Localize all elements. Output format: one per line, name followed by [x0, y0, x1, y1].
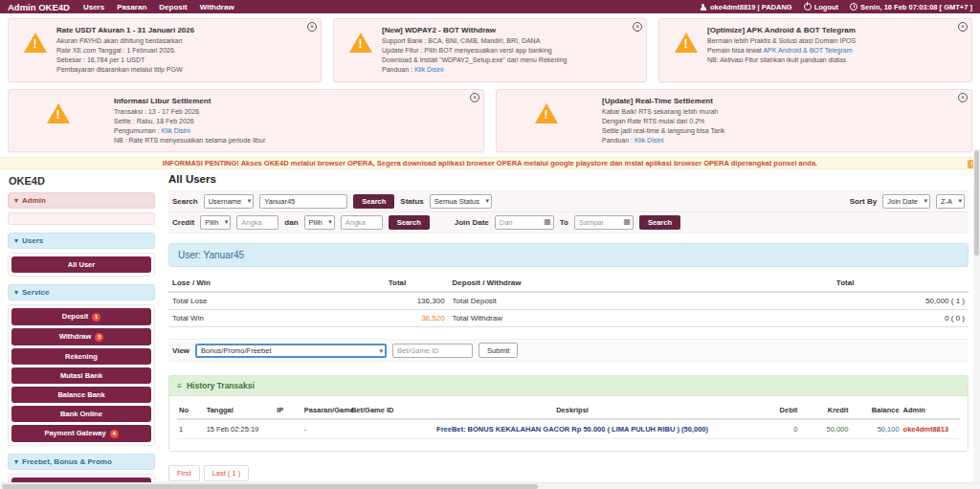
apk-bot-link[interactable]: APK Android & BOT Telegram [763, 47, 852, 54]
datetime-display: Senin, 16 Feb 07:03:08 [ GMT+7 ] [850, 3, 972, 11]
history-panel: ≡ History Transaksi No Tanggal [168, 375, 969, 452]
close-icon[interactable]: × [633, 22, 642, 32]
notice-card-libur-settlement: × Informasi Libur Settlement Transaksi :… [8, 89, 484, 153]
marquee-text: INFORMASI PENTING! Akses OKE4D melalui b… [163, 159, 817, 167]
klik-disini-link[interactable]: Klik Disini [161, 127, 189, 134]
date-to-input[interactable]: Sampai▦ [574, 215, 634, 230]
total-withdraw-label: Total Withdraw [449, 310, 833, 327]
sidebar-item-all-user[interactable]: All User [11, 256, 151, 273]
notification-badge: 1 [92, 313, 100, 322]
warning-icon [535, 103, 558, 123]
close-icon[interactable]: × [958, 93, 968, 102]
filter-row-credit: Credit Pilih▾ dan Pilih▾ Search Join Dat… [168, 212, 969, 233]
credit-op2-value: Pilih [309, 218, 323, 227]
sidebar-item-payment-gateway[interactable]: Payment Gateway4 [11, 425, 151, 442]
notice-line: Settle jadi real-time & langsung bisa Ta… [602, 126, 956, 136]
notice-line-prefix: Panduan : [382, 66, 414, 73]
credit-value1-input[interactable] [236, 215, 278, 230]
total-deposit-value: 50,000 ( 1 ) [833, 292, 969, 310]
notice-line: NB: Aktivasi Fitur silahkan ikuti pandua… [707, 56, 956, 65]
search-by-select[interactable]: Username▾ [204, 194, 255, 209]
chevron-down-icon: ▾ [225, 218, 229, 226]
credit-op1-select[interactable]: Pilih▾ [200, 215, 231, 230]
vertical-scrollbar[interactable] [973, 148, 980, 482]
history-header-admin: Admin [902, 402, 960, 419]
nav-item-withdraw[interactable]: Withdraw [200, 3, 234, 11]
close-icon[interactable]: × [307, 22, 317, 32]
view-row: View Bonus/Promo/Freebet▾ Submit [168, 339, 969, 362]
last-page-button[interactable]: Last ( 1 ) [204, 465, 250, 481]
nav-item-deposit[interactable]: Deposit [159, 3, 187, 11]
summary-table: Lose / Win Total Deposit / Withdraw Tota… [168, 275, 969, 327]
calendar-icon: ▦ [623, 217, 631, 226]
search-input[interactable] [259, 194, 347, 209]
sidebar-item-balance-bank[interactable]: Balance Bank [11, 387, 151, 403]
bet-game-id-input[interactable] [392, 344, 473, 358]
join-date-label: Join Date [455, 218, 489, 227]
notice-line: Support Bank : BCA, BNI, CIMB, Mandiri, … [382, 36, 631, 46]
total-deposit-label: Total Deposit [449, 292, 833, 310]
cell-no: 1 [177, 419, 205, 439]
sidebar-item-deposit[interactable]: Deposit1 [11, 308, 151, 325]
sidebar-section-service[interactable]: ▾ Service [8, 284, 155, 300]
notice-card-rts: × [Update] Real-Time Settlement Kabar Ba… [496, 89, 972, 153]
logout-button[interactable]: Logout [804, 3, 838, 11]
date-from-input[interactable]: Dari▦ [495, 215, 554, 230]
cell-admin: oke4dmt8813 [902, 419, 960, 439]
chevron-down-icon: ▾ [924, 197, 927, 205]
sort-field-value: Join Date [887, 197, 918, 206]
chevron-down-icon: ▾ [14, 288, 18, 297]
credit-search-button[interactable]: Search [389, 215, 430, 230]
summary-header-total-2: Total [833, 275, 969, 292]
chevron-down-icon: ▾ [958, 197, 962, 205]
close-icon[interactable]: × [958, 22, 968, 32]
sidebar-item-rekening[interactable]: Rekening [11, 348, 151, 365]
sidebar-section-users[interactable]: ▾ Users [8, 233, 155, 249]
sidebar-item-label: Payment Gateway [44, 429, 105, 437]
notice-line: Settle : Rabu, 18 Feb 2026 [114, 117, 468, 126]
sort-field-select[interactable]: Join Date▾ [882, 194, 930, 209]
submit-button[interactable]: Submit [479, 343, 518, 358]
first-page-button[interactable]: First [168, 465, 200, 481]
credit-value2-input[interactable] [341, 215, 383, 230]
horizontal-scrollbar-thumb[interactable] [2, 484, 538, 489]
notice-line: Pembayaran disarankan melalui titip PGW [56, 65, 305, 75]
history-header-tanggal: Tanggal [205, 402, 276, 419]
user-banner: User: Yanuar45 [168, 243, 969, 267]
notice-line-prefix: Pemain bisa lewat [707, 47, 763, 54]
sort-order-select[interactable]: Z-A▾ [936, 194, 965, 209]
vertical-scrollbar-thumb[interactable] [974, 150, 979, 256]
sidebar-section-label: Service [22, 288, 49, 297]
klik-disini-link[interactable]: Klik Disini [414, 66, 443, 73]
sidebar-item-mutasi-bank[interactable]: Mutasi Bank [11, 367, 151, 384]
sidebar-item-bank-online[interactable]: Bank Online [11, 406, 151, 422]
history-panel-header: ≡ History Transaksi [169, 376, 968, 396]
table-row: 1 15 Feb 02:25:19 - FreeBet: BONUS KEKAL… [177, 419, 960, 439]
search-button[interactable]: Search [353, 194, 394, 209]
close-icon[interactable]: × [470, 93, 479, 102]
current-user[interactable]: oke4dmt8819 | PADANG [700, 3, 792, 11]
date-search-button[interactable]: Search [639, 215, 680, 230]
date-to-placeholder: Sampai [579, 218, 603, 227]
status-select[interactable]: Semua Status▾ [430, 194, 492, 209]
sidebar-section-admin[interactable]: ▾ Admin [8, 192, 155, 209]
total-lose-value: 136,300 [385, 292, 449, 310]
sort-by-label: Sort By [850, 197, 877, 206]
history-panel-body: No Tanggal IP Pasaran/Game Bet/Game ID D… [169, 396, 968, 451]
nav-item-users[interactable]: Users [83, 3, 104, 11]
klik-disini-link[interactable]: Klik Disini [635, 137, 663, 144]
nav-menu: Users Pasaran Deposit Withdraw [83, 3, 234, 11]
view-select[interactable]: Bonus/Promo/Freebet▾ [195, 344, 387, 358]
horizontal-scrollbar[interactable] [0, 482, 980, 489]
notice-title: [New] WDPAY2 - BOT Withdraw [382, 26, 631, 34]
sidebar-item-label: Withdraw [59, 332, 92, 341]
user-icon [700, 3, 707, 11]
status-label: Status [400, 197, 423, 206]
summary-row: Total Lose 136,300 Total Deposit 50,000 … [168, 292, 969, 310]
credit-op2-select[interactable]: Pilih▾ [304, 215, 335, 230]
nav-item-pasaran[interactable]: Pasaran [117, 3, 146, 11]
history-header-ip: IP [275, 402, 302, 419]
total-withdraw-value: 0 ( 0 ) [833, 310, 969, 327]
sidebar-section-freebet[interactable]: ▾ Freebet, Bonus & Promo [8, 454, 155, 470]
sidebar-item-withdraw[interactable]: Withdraw5 [11, 328, 151, 345]
